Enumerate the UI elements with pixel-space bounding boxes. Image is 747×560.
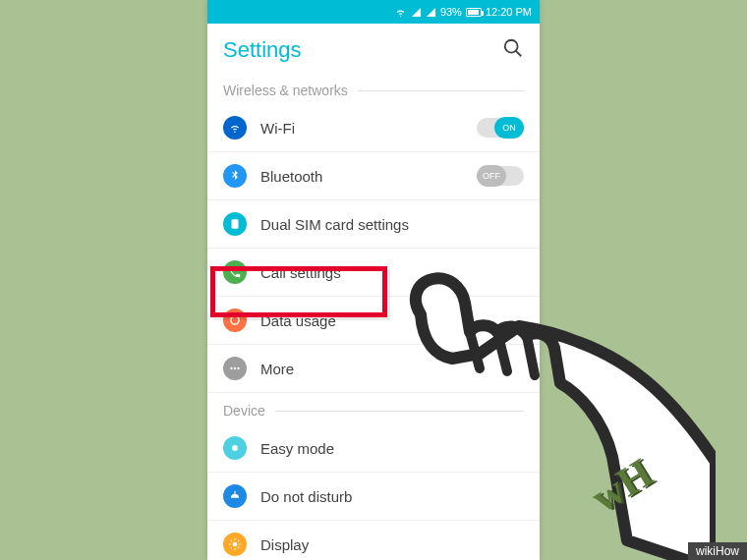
row-label: Wi-Fi <box>260 120 463 137</box>
section-header-device: Device <box>207 393 540 424</box>
status-bar: 93% 12:20 PM <box>207 0 540 24</box>
settings-row-easy-mode[interactable]: Easy mode <box>207 424 540 473</box>
wifi-icon <box>394 6 407 19</box>
search-icon[interactable] <box>502 37 524 63</box>
row-label: Data usage <box>260 312 524 329</box>
sim-icon <box>223 212 247 236</box>
settings-row-dual-sim[interactable]: Dual SIM card settings <box>207 200 540 249</box>
battery-icon <box>466 8 482 17</box>
svg-point-4 <box>230 367 232 369</box>
signal-2-icon <box>426 7 436 18</box>
settings-row-more[interactable]: More <box>207 345 540 393</box>
settings-row-display[interactable]: Display <box>207 521 540 560</box>
display-icon <box>223 532 247 556</box>
app-header: Settings <box>207 24 540 73</box>
row-label: Call settings <box>260 264 524 281</box>
svg-point-7 <box>232 445 238 451</box>
row-label: Do not disturb <box>260 488 524 505</box>
wikihow-logo: wH <box>583 449 661 522</box>
svg-point-6 <box>237 367 239 369</box>
section-header-wireless: Wireless & networks <box>207 73 540 104</box>
row-label: Display <box>260 536 524 553</box>
svg-point-3 <box>231 316 239 324</box>
clock: 12:20 PM <box>486 6 532 18</box>
section-title: Wireless & networks <box>223 83 348 98</box>
bluetooth-toggle[interactable]: OFF <box>477 166 524 186</box>
wikihow-watermark: wikiHow <box>688 542 747 560</box>
row-label: Bluetooth <box>260 168 463 185</box>
settings-row-call-settings[interactable]: Call settings <box>207 249 540 297</box>
settings-row-do-not-disturb[interactable]: Do not disturb <box>207 473 540 521</box>
divider <box>275 411 524 412</box>
settings-row-bluetooth[interactable]: Bluetooth OFF <box>207 152 540 200</box>
svg-point-0 <box>505 40 518 53</box>
svg-point-8 <box>233 542 238 547</box>
settings-row-wifi[interactable]: Wi-Fi ON <box>207 104 540 152</box>
easy-mode-icon <box>223 436 247 460</box>
divider <box>358 90 524 91</box>
section-title: Device <box>223 403 265 419</box>
svg-line-1 <box>516 51 522 57</box>
battery-percent: 93% <box>440 6 462 18</box>
phone-frame: 93% 12:20 PM Settings Wireless & network… <box>207 0 540 560</box>
bluetooth-icon <box>223 164 247 188</box>
signal-1-icon <box>411 7 422 18</box>
row-label: Dual SIM card settings <box>260 216 524 233</box>
phone-icon <box>223 260 247 284</box>
data-usage-icon <box>223 308 247 332</box>
svg-point-5 <box>234 367 236 369</box>
dnd-icon <box>223 484 247 508</box>
page-title: Settings <box>223 37 302 63</box>
row-label: Easy mode <box>260 440 524 457</box>
more-icon <box>223 357 247 380</box>
svg-rect-2 <box>232 219 239 228</box>
wifi-icon <box>223 116 247 140</box>
row-label: More <box>260 361 524 377</box>
settings-row-data-usage[interactable]: Data usage <box>207 297 540 345</box>
wifi-toggle[interactable]: ON <box>477 118 524 138</box>
